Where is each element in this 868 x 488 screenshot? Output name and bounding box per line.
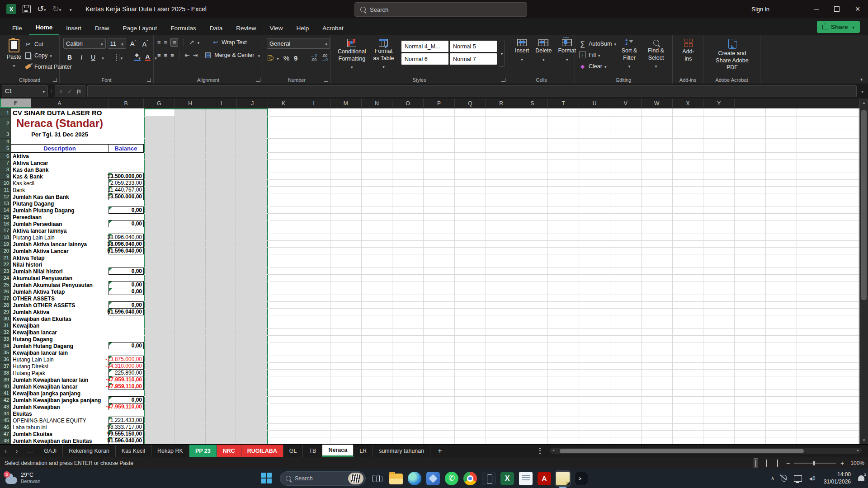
expand-formula-bar-icon[interactable]: ▾: [859, 89, 866, 94]
grid-cells-area[interactable]: [144, 397, 859, 404]
column-header-w[interactable]: W: [642, 99, 673, 108]
row-header-27[interactable]: 27: [0, 295, 11, 302]
cell-a7[interactable]: Aktiva Lancar: [11, 160, 108, 166]
cell-a28[interactable]: Jumlah OTHER ASSETS: [11, 302, 108, 309]
selected-range-highlight[interactable]: [144, 268, 268, 274]
grid-cells-area[interactable]: [144, 254, 859, 261]
accounting-format-icon[interactable]: [268, 55, 272, 61]
cell-a14[interactable]: Jumlah Piutang Dagang: [11, 207, 108, 214]
column-header-b[interactable]: B: [108, 99, 144, 108]
formula-input[interactable]: [87, 85, 857, 97]
cell-a5[interactable]: Description: [11, 144, 108, 153]
cell-a42[interactable]: Jumlah Kewajiban jangka panjang: [11, 397, 108, 404]
undo-button[interactable]: [37, 4, 46, 14]
sheet-tab-rugilaba[interactable]: RUGILABA: [241, 445, 283, 457]
decrease-indent-icon[interactable]: ⇤: [184, 52, 189, 59]
cell-b41[interactable]: [108, 390, 144, 397]
taskbar-clock[interactable]: 14:00 31/01/2026: [824, 471, 851, 485]
align-bottom-icon[interactable]: ≡: [170, 38, 178, 47]
zoom-level[interactable]: 100%: [850, 460, 864, 466]
zoom-thumb[interactable]: [813, 461, 815, 465]
cell-b32[interactable]: [108, 329, 144, 336]
selected-range-highlight[interactable]: [144, 187, 268, 193]
horizontal-scrollbar[interactable]: ◂ ▸: [550, 448, 862, 454]
cell-b48[interactable]: 51.596.040,00: [108, 437, 144, 444]
selected-range-highlight[interactable]: [144, 363, 268, 369]
horizontal-scroll-thumb[interactable]: [560, 449, 804, 453]
grid-cells-area[interactable]: [144, 315, 859, 322]
decrease-decimal-icon[interactable]: .00→0: [321, 54, 328, 62]
close-button[interactable]: [847, 0, 868, 18]
cell-b27[interactable]: [108, 295, 144, 302]
cell-a40[interactable]: Jumlah Kewajiban lancar: [11, 383, 108, 390]
grid-cells-area[interactable]: [144, 336, 859, 343]
underline-button[interactable]: U: [89, 54, 98, 61]
sign-in-button[interactable]: Sign in: [746, 0, 775, 18]
grid-cells-area[interactable]: [144, 166, 859, 173]
add-ins-button[interactable]: Add-ins: [676, 38, 700, 63]
cell-a47[interactable]: Jumlah Ekuitas: [11, 431, 108, 437]
row-header-3[interactable]: 3: [0, 130, 11, 139]
row-header-6[interactable]: 6: [0, 153, 11, 160]
row-header-15[interactable]: 15: [0, 214, 11, 221]
sheet-tab-rekap-rk[interactable]: Rekap RK: [151, 445, 189, 457]
selected-range-highlight[interactable]: [144, 221, 268, 227]
cell-b29[interactable]: 51.596.040,00: [108, 308, 144, 315]
selected-range-highlight[interactable]: [144, 410, 268, 417]
grid-cells-area[interactable]: [144, 390, 859, 397]
tabbar-menu-icon[interactable]: [534, 448, 546, 454]
cell-a9[interactable]: Kas & Bank: [11, 173, 108, 180]
row-header-19[interactable]: 19: [0, 241, 11, 248]
cell-b38[interactable]: 225.890,00: [108, 369, 144, 376]
cell-b12[interactable]: 13.500.000,00: [108, 193, 144, 200]
selected-range-highlight[interactable]: [144, 329, 268, 335]
selected-range-highlight[interactable]: [144, 160, 268, 166]
grid-cells-area[interactable]: [144, 302, 859, 309]
selected-range-highlight[interactable]: [144, 214, 268, 220]
ribbon-tab-page-layout[interactable]: Page Layout: [116, 21, 164, 35]
row-header-37[interactable]: 37: [0, 363, 11, 370]
bold-button[interactable]: B: [65, 54, 74, 61]
column-header-j[interactable]: J: [237, 99, 268, 108]
selected-range-highlight[interactable]: [144, 234, 268, 240]
scroll-down-icon[interactable]: ▾: [860, 438, 868, 442]
cell-b20[interactable]: 51.596.040,00: [108, 247, 144, 254]
cell-a44[interactable]: Ekuitas: [11, 410, 108, 417]
font-size-combo[interactable]: 11: [108, 38, 126, 49]
active-cell-c1[interactable]: [145, 109, 175, 116]
sheet-tab-summary-tahunan[interactable]: summary tahunan: [373, 445, 430, 457]
selected-range-highlight[interactable]: [144, 376, 268, 383]
selected-range-highlight[interactable]: [144, 144, 268, 152]
ribbon-tab-home[interactable]: Home: [29, 20, 60, 35]
row-header-40[interactable]: 40: [0, 383, 11, 390]
font-color-icon[interactable]: A: [145, 54, 151, 61]
grid-cells-area[interactable]: [144, 431, 859, 437]
cell-a35[interactable]: Kewajiban lancar lain: [11, 349, 108, 356]
cell-b5[interactable]: Balance: [108, 144, 144, 153]
cell-b22[interactable]: [108, 261, 144, 268]
new-sheet-button[interactable]: +: [430, 447, 449, 455]
row-header-2[interactable]: 2: [0, 117, 11, 130]
taskbar-search[interactable]: Search: [280, 471, 366, 486]
conditional-formatting-button[interactable]: Conditional Formatting: [335, 38, 369, 71]
collapse-ribbon-icon[interactable]: [860, 77, 863, 82]
ribbon-tab-help[interactable]: Help: [289, 21, 316, 35]
insert-cells-button[interactable]: Insert: [512, 38, 532, 63]
font-dialog-launcher[interactable]: [147, 78, 151, 82]
cell-a21[interactable]: Aktiva Tetap: [11, 254, 108, 261]
find-select-button[interactable]: Find & Select: [642, 38, 670, 70]
cell-b33[interactable]: [108, 336, 144, 343]
column-header-r[interactable]: R: [486, 99, 517, 108]
column-header-o[interactable]: O: [392, 99, 424, 108]
row-header-38[interactable]: 38: [0, 370, 11, 376]
paste-button[interactable]: Paste: [4, 38, 24, 70]
selected-range-highlight[interactable]: [144, 370, 268, 376]
selected-range-highlight[interactable]: [144, 315, 268, 322]
cell-b1[interactable]: [108, 108, 144, 117]
grid-cells-area[interactable]: [144, 173, 859, 180]
next-sheet-icon[interactable]: ›: [11, 447, 23, 455]
page-layout-view-button[interactable]: [764, 458, 769, 468]
cell-a36[interactable]: Hutang Lain Lain: [11, 356, 108, 363]
row-header-7[interactable]: 7: [0, 160, 11, 166]
selected-range-highlight[interactable]: [144, 200, 268, 206]
